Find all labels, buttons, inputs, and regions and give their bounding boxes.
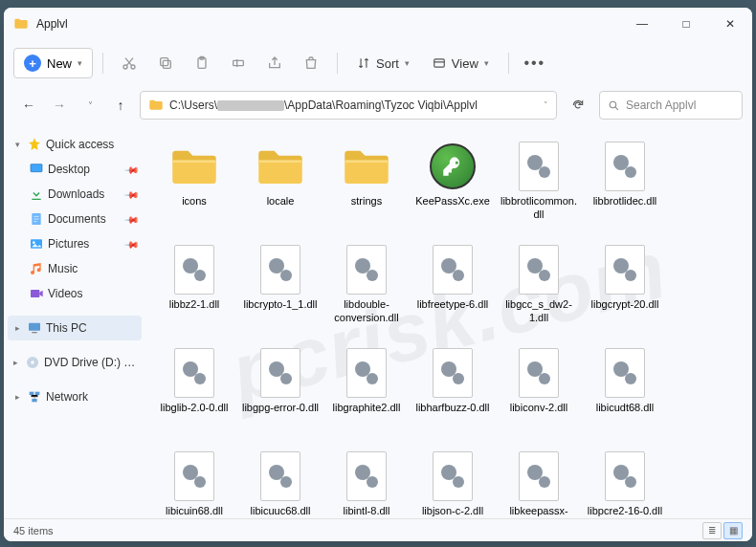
- file-item[interactable]: libgpg-error-0.dll: [237, 340, 323, 444]
- view-label: View: [452, 56, 478, 71]
- svg-rect-19: [30, 392, 34, 395]
- file-name: libgcrypt-20.dll: [589, 296, 661, 312]
- refresh-button[interactable]: [565, 91, 591, 120]
- file-item[interactable]: libcrypto-1_1.dll: [237, 237, 323, 340]
- file-name: libgcc_s_dw2-1.dll: [496, 296, 582, 325]
- copy-icon[interactable]: [149, 48, 182, 78]
- dll-icon: [340, 449, 393, 503]
- file-item[interactable]: libiconv-2.dll: [496, 340, 582, 444]
- minimize-button[interactable]: ―: [620, 8, 664, 40]
- folder-icon: [13, 16, 29, 32]
- forward-button[interactable]: →: [48, 94, 71, 117]
- file-item[interactable]: libgraphite2.dll: [323, 340, 410, 444]
- sidebar-network[interactable]: ▸ Network: [8, 384, 142, 409]
- folder-icon: [254, 140, 307, 193]
- paste-icon[interactable]: [186, 48, 218, 78]
- file-item[interactable]: strings: [323, 134, 410, 237]
- pin-icon: 📌: [124, 162, 140, 177]
- cut-icon[interactable]: [113, 48, 145, 78]
- folder-icon: [340, 140, 393, 193]
- file-item[interactable]: libintl-8.dll: [323, 444, 410, 518]
- pictures-icon: [29, 236, 44, 252]
- file-item[interactable]: libkeepassx-autotype-windows.dll: [496, 444, 582, 518]
- file-item[interactable]: icons: [151, 134, 237, 237]
- sidebar-quick-access[interactable]: ▾ Quick access: [8, 132, 142, 157]
- file-item[interactable]: libicudt68.dll: [582, 340, 668, 444]
- file-item[interactable]: libbrotlidec.dll: [582, 134, 668, 237]
- file-item[interactable]: libglib-2.0-0.dll: [151, 340, 237, 444]
- file-name: libpcre2-16-0.dll: [586, 503, 664, 518]
- sidebar-item-downloads[interactable]: Downloads 📌: [8, 182, 142, 207]
- collapse-icon: ▾: [11, 140, 23, 149]
- recent-locations-button[interactable]: ˅: [78, 94, 101, 117]
- window-title: Applvl: [36, 17, 620, 31]
- up-button[interactable]: ↑: [109, 94, 132, 117]
- file-item[interactable]: libpcre2-16-0.dll: [582, 444, 668, 518]
- file-name: libjson-c-2.dll: [420, 503, 485, 518]
- dll-icon: [426, 346, 479, 400]
- file-item[interactable]: libharfbuzz-0.dll: [410, 340, 496, 444]
- dll-icon: [340, 346, 393, 400]
- address-bar-row: ← → ˅ ↑ C:\Users\ \AppData\Roaming\Tyzoc…: [4, 86, 752, 124]
- file-list[interactable]: pcrisk.com icons locale strings KeePassX…: [145, 124, 752, 518]
- icons-view-button[interactable]: ▦: [723, 522, 743, 539]
- file-item[interactable]: libicuin68.dll: [151, 444, 237, 518]
- sidebar-item-label: Music: [48, 262, 78, 275]
- file-item[interactable]: libjson-c-2.dll: [410, 444, 496, 518]
- chevron-down-icon: ˅: [544, 100, 548, 110]
- view-toggles: ≣ ▦: [702, 522, 743, 539]
- sidebar-item-documents[interactable]: Documents 📌: [8, 207, 142, 231]
- file-item[interactable]: libicuuc68.dll: [237, 444, 323, 518]
- rename-icon[interactable]: [222, 48, 255, 78]
- folder-icon: [167, 140, 221, 193]
- sidebar-item-music[interactable]: Music: [8, 256, 142, 281]
- sidebar-this-pc[interactable]: ▸ This PC: [8, 316, 142, 340]
- network-icon: [27, 389, 42, 405]
- svg-rect-21: [32, 399, 36, 402]
- close-button[interactable]: ✕: [708, 8, 752, 40]
- svg-point-13: [33, 241, 35, 244]
- new-button[interactable]: + New ▾: [13, 48, 93, 78]
- item-count: 45 items: [13, 525, 54, 536]
- dll-icon: [512, 346, 566, 400]
- status-bar: 45 items ≣ ▦: [4, 518, 752, 541]
- pc-icon: [27, 320, 42, 336]
- file-item[interactable]: KeePassXc.exe: [410, 134, 496, 237]
- file-item[interactable]: libfreetype-6.dll: [410, 237, 496, 340]
- sidebar-item-pictures[interactable]: Pictures 📌: [8, 231, 142, 256]
- view-icon: [433, 56, 446, 70]
- sidebar-item-label: Documents: [48, 212, 106, 226]
- sidebar-item-desktop[interactable]: Desktop 📌: [8, 157, 142, 182]
- toolbar: + New ▾ Sort ▾ View ▾ •••: [4, 40, 752, 86]
- file-name: libdouble-conversion.dll: [323, 296, 410, 325]
- search-icon: [608, 99, 620, 112]
- svg-point-8: [610, 101, 616, 108]
- sidebar-item-videos[interactable]: Videos: [8, 281, 142, 306]
- titlebar: Applvl ― □ ✕: [4, 8, 752, 40]
- view-button[interactable]: View ▾: [423, 48, 499, 78]
- explorer-window: Applvl ― □ ✕ + New ▾ Sort ▾ View ▾: [4, 8, 752, 541]
- details-view-button[interactable]: ≣: [702, 522, 722, 539]
- dll-icon: [512, 140, 566, 193]
- dll-icon: [598, 346, 652, 400]
- search-input[interactable]: Search Applvl: [599, 91, 743, 120]
- delete-icon[interactable]: [295, 48, 327, 78]
- file-item[interactable]: libbrotlicommon.dll: [496, 134, 582, 237]
- maximize-button[interactable]: □: [664, 8, 708, 40]
- share-icon[interactable]: [258, 48, 291, 78]
- file-item[interactable]: libgcc_s_dw2-1.dll: [496, 237, 582, 340]
- file-item[interactable]: locale: [237, 134, 323, 237]
- file-name: libfreetype-6.dll: [415, 296, 491, 312]
- dll-icon: [598, 449, 652, 503]
- address-bar[interactable]: C:\Users\ \AppData\Roaming\Tyzoc Viqbi\A…: [140, 91, 557, 120]
- svg-rect-6: [233, 60, 244, 65]
- file-item[interactable]: libdouble-conversion.dll: [323, 237, 410, 340]
- file-item[interactable]: libbz2-1.dll: [151, 237, 237, 340]
- sidebar-dvd[interactable]: ▸ DVD Drive (D:) CCCC: [8, 350, 142, 375]
- dll-icon: [512, 449, 566, 503]
- sort-button[interactable]: Sort ▾: [347, 48, 419, 78]
- more-icon[interactable]: •••: [519, 48, 551, 78]
- file-name: libgraphite2.dll: [331, 400, 403, 415]
- file-item[interactable]: libgcrypt-20.dll: [582, 237, 668, 340]
- back-button[interactable]: ←: [17, 94, 40, 117]
